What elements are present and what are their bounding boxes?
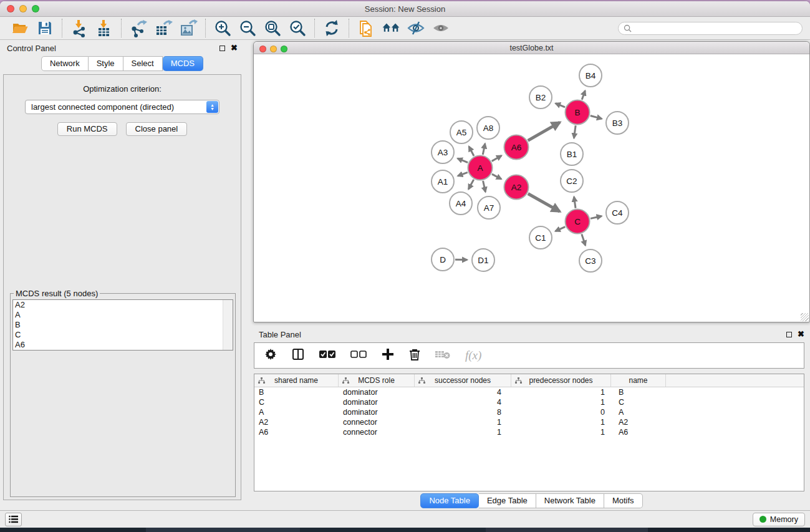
column-header-successor-nodes[interactable]: successor nodes: [415, 374, 511, 387]
open-session-button[interactable]: [11, 19, 29, 37]
delete-table-button[interactable]: [435, 349, 450, 362]
network-graph[interactable]: AA1A2A3A4A5A6A7A8BB1B2B3B4CC1C2C3C4DD1: [254, 54, 807, 319]
import-table-button[interactable]: [95, 19, 113, 37]
table-cell[interactable]: dominator: [339, 397, 415, 407]
float-panel-icon[interactable]: [786, 332, 792, 337]
tab-select[interactable]: Select: [123, 56, 163, 71]
table-cell[interactable]: 1: [511, 427, 611, 437]
table-cell[interactable]: C: [611, 397, 666, 407]
import-network-button[interactable]: [70, 19, 89, 37]
tab-network-table[interactable]: Network Table: [536, 493, 604, 508]
table-cell[interactable]: 8: [415, 407, 511, 417]
export-image-button[interactable]: [179, 19, 198, 37]
network-canvas[interactable]: AA1A2A3A4A5A6A7A8BB1B2B3B4CC1C2C3C4DD1: [254, 54, 809, 322]
show-eye-button[interactable]: [432, 19, 450, 37]
save-session-button[interactable]: [36, 19, 54, 37]
table-cell[interactable]: A2: [254, 417, 339, 427]
zoom-selected-button[interactable]: [288, 19, 307, 37]
table-cell[interactable]: C: [254, 397, 339, 407]
column-header-shared-name[interactable]: shared name: [254, 374, 339, 387]
table-cell[interactable]: A: [254, 407, 339, 417]
zoom-in-button[interactable]: [213, 19, 232, 37]
table-cell[interactable]: 4: [415, 397, 511, 407]
mcds-result-list[interactable]: A2ABCA6: [12, 299, 233, 351]
graph-edge-A-A8[interactable]: [483, 143, 485, 155]
graph-edge-B-B2[interactable]: [556, 104, 565, 107]
table-row[interactable]: Bdominator41B: [254, 387, 804, 397]
table-cell[interactable]: A6: [254, 427, 339, 437]
table-cell[interactable]: 1: [511, 397, 611, 407]
minimize-window-button[interactable]: [19, 5, 27, 12]
search-input[interactable]: [635, 24, 797, 32]
mcds-result-item[interactable]: C: [13, 330, 233, 340]
show-columns-button[interactable]: [292, 348, 304, 363]
column-header-name[interactable]: name: [611, 374, 666, 387]
graph-edge-B-B3[interactable]: [591, 116, 602, 119]
search-box[interactable]: [618, 22, 803, 35]
graph-edge-A-A6[interactable]: [492, 156, 502, 162]
close-panel-button[interactable]: Close panel: [126, 122, 188, 136]
table-cell[interactable]: B: [254, 387, 339, 397]
graph-edge-A2-C[interactable]: [528, 194, 560, 212]
close-panel-icon[interactable]: ✖: [798, 331, 804, 337]
table-cell[interactable]: 1: [511, 387, 611, 397]
export-table-button[interactable]: [154, 19, 173, 37]
optimization-criterion-dropdown[interactable]: largest connected component (directed) ▲…: [25, 100, 219, 114]
graph-edge-A-A7[interactable]: [483, 181, 486, 192]
zoom-window-button[interactable]: [32, 5, 39, 12]
graph-edge-A-A2[interactable]: [492, 174, 501, 179]
function-builder-button[interactable]: f(x): [465, 349, 481, 362]
table-cell[interactable]: connector: [339, 417, 415, 427]
mcds-result-item[interactable]: A6: [13, 340, 233, 350]
table-cell[interactable]: dominator: [339, 387, 415, 397]
tab-network[interactable]: Network: [41, 56, 89, 71]
add-row-button[interactable]: [382, 348, 394, 363]
column-header-predecessor-nodes[interactable]: predecessor nodes: [511, 374, 611, 387]
run-mcds-button[interactable]: Run MCDS: [57, 122, 117, 136]
table-cell[interactable]: A6: [611, 427, 666, 437]
settings-gear-button[interactable]: [264, 348, 277, 363]
mcds-result-item[interactable]: A: [13, 310, 233, 320]
graph-edge-B-B1[interactable]: [574, 125, 576, 138]
zoom-out-button[interactable]: [238, 19, 257, 37]
delete-rows-button[interactable]: [409, 348, 420, 363]
graph-edge-A6-B[interactable]: [528, 122, 560, 140]
home-pages-button[interactable]: [382, 19, 400, 37]
table-cell[interactable]: B: [611, 387, 666, 397]
table-cell[interactable]: 1: [415, 417, 511, 427]
network-zoom-button[interactable]: [281, 46, 287, 52]
network-close-button[interactable]: [259, 46, 266, 52]
float-panel-icon[interactable]: [219, 46, 225, 51]
tab-motifs[interactable]: Motifs: [604, 493, 643, 508]
tab-node-table[interactable]: Node Table: [420, 493, 479, 508]
mcds-result-item[interactable]: A2: [13, 300, 233, 310]
graph-edge-A-A1[interactable]: [458, 172, 468, 176]
result-scrollbar[interactable]: [223, 300, 233, 350]
graph-edge-C-C2[interactable]: [574, 197, 576, 208]
tab-style[interactable]: Style: [89, 56, 123, 71]
table-cell[interactable]: 4: [415, 387, 511, 397]
graph-edge-C-C4[interactable]: [591, 216, 602, 219]
graph-edge-A-A3[interactable]: [458, 158, 468, 163]
network-minimize-button[interactable]: [270, 46, 277, 52]
tab-edge-table[interactable]: Edge Table: [479, 493, 536, 508]
close-panel-icon[interactable]: ✖: [231, 45, 238, 51]
resize-grip-icon[interactable]: [801, 313, 809, 321]
hide-eye-button[interactable]: [407, 19, 425, 37]
select-all-button[interactable]: [319, 350, 335, 361]
task-history-button[interactable]: [5, 513, 22, 526]
table-cell[interactable]: connector: [339, 427, 415, 437]
table-cell[interactable]: 1: [415, 427, 511, 437]
table-row[interactable]: Cdominator41C: [254, 397, 804, 407]
table-row[interactable]: Adominator80A: [254, 407, 804, 417]
graph-edge-C-C1[interactable]: [556, 227, 566, 231]
refresh-button[interactable]: [322, 19, 341, 37]
memory-button[interactable]: Memory: [753, 513, 805, 526]
close-window-button[interactable]: [7, 5, 14, 12]
graph-edge-B-B4[interactable]: [582, 90, 585, 99]
table-cell[interactable]: A2: [611, 417, 666, 427]
table-row[interactable]: A2connector11A2: [254, 417, 804, 427]
tab-mcds[interactable]: MCDS: [163, 56, 203, 71]
table-cell[interactable]: dominator: [339, 407, 415, 417]
deselect-all-button[interactable]: [350, 350, 367, 361]
